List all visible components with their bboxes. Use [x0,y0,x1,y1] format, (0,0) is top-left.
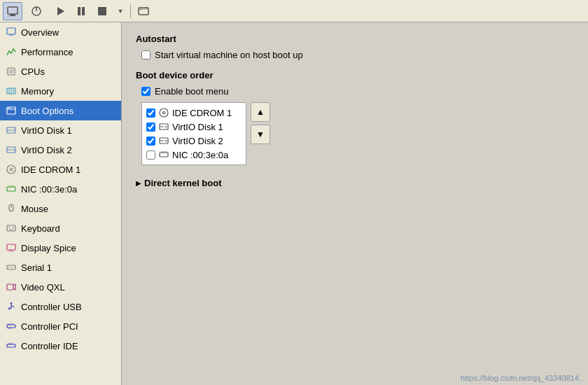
sidebar-cdrom-label: IDE CDROM 1 [21,164,80,175]
sidebar-controller-usb-label: Controller USB [21,302,82,312]
sidebar-item-controller-usb[interactable]: Controller USB [0,297,121,316]
sidebar-item-performance[interactable]: Performance [0,42,121,62]
video-icon [6,281,17,293]
boot-item-virtio2: VirtIO Disk 2 [145,134,243,148]
play-button[interactable] [50,2,70,20]
sidebar-item-video-qxl[interactable]: Video QXL [0,277,121,297]
sidebar-virtio-disk2-label: VirtIO Disk 2 [21,145,72,155]
svg-rect-47 [8,251,14,252]
screenshot-icon [138,6,149,17]
cdrom-list-icon [158,107,169,118]
boot-nic-checkbox[interactable] [146,150,155,160]
boot-device-title: Boot device order [136,70,574,80]
boot-item-cdrom: IDE CDROM 1 [145,106,243,120]
sidebar-item-virtio-disk-2[interactable]: VirtIO Disk 2 [0,140,121,160]
svg-point-22 [8,108,10,109]
svg-rect-40 [7,225,15,231]
svg-rect-11 [140,9,141,10]
dropdown-arrow-icon: ▼ [118,8,124,15]
sidebar-serial-label: Serial 1 [21,262,52,273]
svg-point-75 [165,140,167,142]
sidebar-item-serial-1[interactable]: Serial 1 [0,258,121,277]
autostart-label[interactable]: Start virtual machine on host boot up [155,50,303,60]
boot-item-nic: NIC :00:3e:0a [145,148,243,162]
main-layout: Overview Performance CPUs Memory [0,22,588,385]
sidebar-performance-label: Performance [21,47,73,57]
arrow-buttons: ▲ ▼ [251,102,270,165]
arrow-up-icon: ▲ [256,107,265,117]
autostart-checkbox[interactable] [141,50,150,59]
boot-cdrom-label: IDE CDROM 1 [172,108,232,118]
svg-point-28 [13,149,15,151]
svg-rect-13 [9,34,13,36]
sidebar-item-controller-ide[interactable]: Controller IDE [0,336,121,356]
svg-marker-5 [57,7,64,15]
sidebar-item-nic[interactable]: NIC :00:3e:0a [0,179,121,199]
boot-virtio2-label: VirtIO Disk 2 [172,136,223,146]
sidebar-item-keyboard[interactable]: Keyboard [0,218,121,238]
boot-virtio1-checkbox[interactable] [146,122,155,132]
sidebar-nic-label: NIC :00:3e:0a [21,184,77,195]
virtio-disk1-icon [6,125,17,136]
svg-point-39 [10,209,12,211]
watermark: https://blog.csdn.net/qq_43340814... [461,374,585,382]
svg-point-32 [10,169,12,170]
arrow-down-button[interactable]: ▼ [251,125,270,144]
sidebar-cpus-label: CPUs [21,66,45,77]
overview-icon [6,27,17,38]
monitor-icon [7,6,18,17]
stop-button[interactable] [92,2,112,20]
svg-rect-33 [7,187,15,191]
controller-ide-icon [6,340,17,351]
svg-rect-58 [7,325,15,328]
direct-kernel-boot-section[interactable]: ▶ Direct kernel boot [136,178,574,188]
sidebar-item-mouse[interactable]: Mouse [0,199,121,218]
boot-cdrom-checkbox[interactable] [146,108,155,118]
boot-icon [6,105,17,116]
enable-boot-menu-checkbox[interactable] [141,87,150,96]
virtio-disk2-icon [6,144,17,155]
sidebar-item-cpus[interactable]: CPUs [0,62,121,81]
enable-boot-menu-row: Enable boot menu [141,86,574,97]
vm-icon-button[interactable] [3,2,22,20]
screenshot-button[interactable] [134,2,153,20]
enable-boot-menu-label[interactable]: Enable boot menu [155,86,229,97]
boot-item-virtio1: VirtIO Disk 1 [145,120,243,134]
sidebar-item-controller-pci[interactable]: Controller PCI [0,316,121,336]
cpu-icon [6,66,17,77]
svg-rect-12 [7,28,15,34]
sidebar-item-display-spice[interactable]: Display Spice [0,238,121,258]
content-area: Autostart Start virtual machine on host … [122,22,588,385]
mouse-icon [6,203,17,214]
sidebar-memory-label: Memory [21,86,54,97]
sidebar-virtio-disk1-label: VirtIO Disk 1 [21,125,72,136]
collapsible-arrow-icon: ▶ [136,179,141,187]
dropdown-button[interactable]: ▼ [113,2,127,20]
sidebar-item-virtio-disk-1[interactable]: VirtIO Disk 1 [0,120,121,140]
sidebar-item-boot-options[interactable]: Boot Options [0,101,121,120]
svg-point-23 [10,108,11,109]
sidebar-item-ide-cdrom-1[interactable]: IDE CDROM 1 [0,160,121,179]
controller-pci-icon [6,321,17,332]
sidebar-item-overview[interactable]: Overview [0,22,121,42]
sidebar-display-label: Display Spice [21,243,76,253]
pause-button[interactable] [71,2,91,20]
nic-list-icon [158,149,169,160]
arrow-down-icon: ▼ [256,130,265,139]
svg-rect-45 [7,244,15,250]
svg-rect-52 [7,284,13,290]
svg-rect-7 [82,7,85,15]
sidebar-mouse-label: Mouse [21,204,48,214]
power-button[interactable] [24,2,49,20]
toolbar: ▼ [0,0,588,22]
boot-virtio2-checkbox[interactable] [146,136,155,146]
sidebar-controller-pci-label: Controller PCI [21,321,78,332]
stop-icon [97,6,108,17]
svg-point-56 [13,306,14,307]
controller-usb-icon [6,301,17,312]
svg-rect-8 [98,7,106,15]
boot-list: IDE CDROM 1 VirtIO Disk 1 [141,102,246,165]
sidebar-item-memory[interactable]: Memory [0,81,121,101]
svg-point-25 [13,130,15,132]
arrow-up-button[interactable]: ▲ [251,102,270,122]
